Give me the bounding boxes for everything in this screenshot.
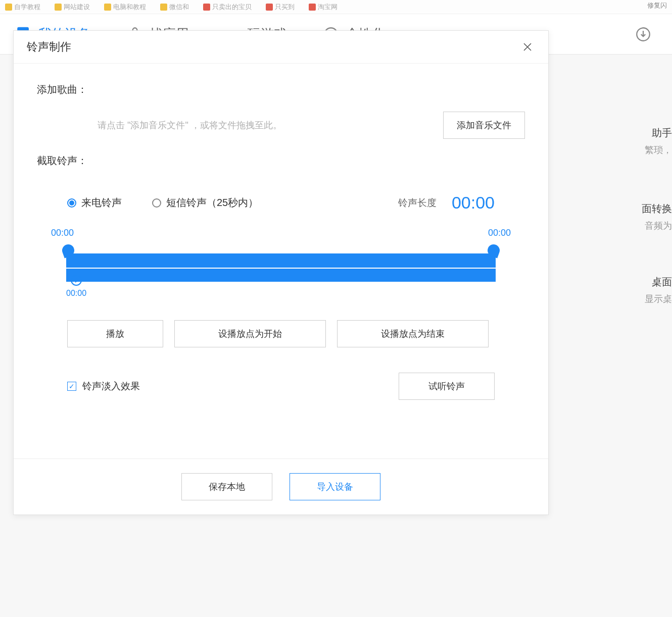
set-start-point-button[interactable]: 设播放点为开始	[174, 320, 326, 347]
bookmark-item[interactable]: 自学教程	[5, 2, 40, 12]
add-song-label: 添加歌曲：	[37, 83, 525, 96]
radio-dot-icon	[152, 198, 161, 208]
modal-header: 铃声制作	[14, 31, 548, 63]
bookmark-item[interactable]: 只卖出的宝贝	[203, 2, 252, 12]
fade-in-label: 铃声淡入效果	[82, 380, 140, 393]
cut-ringtone-label: 截取铃声：	[37, 154, 525, 168]
bg-text: 桌面	[652, 275, 672, 289]
bg-text: 显示桌	[645, 293, 672, 305]
modal-body: 添加歌曲： 请点击 "添加音乐文件" ，或将文件拖拽至此。 添加音乐文件 截取铃…	[14, 63, 548, 458]
modal-footer: 保存本地 导入设备	[14, 458, 548, 515]
fade-in-checkbox[interactable]	[67, 382, 76, 391]
waveform-editor: 00:00 00:00 00:00	[37, 228, 525, 297]
bookmark-item[interactable]: 网站建设	[55, 2, 90, 12]
radio-call-ringtone[interactable]: 来电铃声	[67, 196, 122, 210]
download-icon	[635, 26, 652, 43]
bg-text: 音频为	[645, 220, 672, 232]
wave-end-time: 00:00	[488, 228, 511, 238]
ringtone-length-label: 铃声长度	[398, 196, 437, 210]
drop-hint: 请点击 "添加音乐文件" ，或将文件拖拽至此。	[37, 119, 282, 131]
bg-text: 面转换	[642, 202, 672, 216]
bookmark-item[interactable]: 只买到	[266, 2, 295, 12]
import-device-button[interactable]: 导入设备	[290, 473, 380, 500]
radio-label: 来电铃声	[81, 196, 122, 210]
preview-ringtone-button[interactable]: 试听铃声	[399, 373, 495, 400]
close-icon[interactable]	[520, 39, 535, 55]
playhead-time: 00:00	[66, 289, 86, 298]
play-button[interactable]: 播放	[67, 320, 163, 347]
waveform-track[interactable]	[66, 253, 496, 282]
bg-text: 助手	[652, 126, 672, 140]
bookmark-item[interactable]: 微信和	[160, 2, 189, 12]
wave-start-time: 00:00	[51, 228, 74, 238]
set-end-point-button[interactable]: 设播放点为结束	[337, 320, 489, 347]
add-music-file-button[interactable]: 添加音乐文件	[443, 112, 525, 139]
play-circle-icon	[71, 275, 82, 286]
save-local-button[interactable]: 保存本地	[181, 473, 272, 500]
radio-label: 短信铃声（25秒内）	[166, 196, 258, 210]
bookmarks-bar: 自学教程 网站建设 电脑和教程 微信和 只卖出的宝贝 只买到 淘宝网	[0, 0, 672, 14]
repair-util[interactable]: 修复闪	[647, 1, 667, 10]
playhead-marker[interactable]: 00:00	[66, 275, 86, 298]
ringtone-modal: 铃声制作 添加歌曲： 请点击 "添加音乐文件" ，或将文件拖拽至此。 添加音乐文…	[13, 30, 549, 515]
ringtone-length-value: 00:00	[452, 193, 495, 213]
radio-sms-ringtone[interactable]: 短信铃声（25秒内）	[152, 196, 258, 210]
tab-download[interactable]	[635, 26, 652, 43]
radio-dot-icon	[67, 198, 76, 208]
bg-text: 繁琐，	[645, 144, 672, 156]
bookmark-item[interactable]: 电脑和教程	[104, 2, 146, 12]
bookmark-item[interactable]: 淘宝网	[309, 2, 338, 12]
modal-title: 铃声制作	[27, 39, 71, 55]
